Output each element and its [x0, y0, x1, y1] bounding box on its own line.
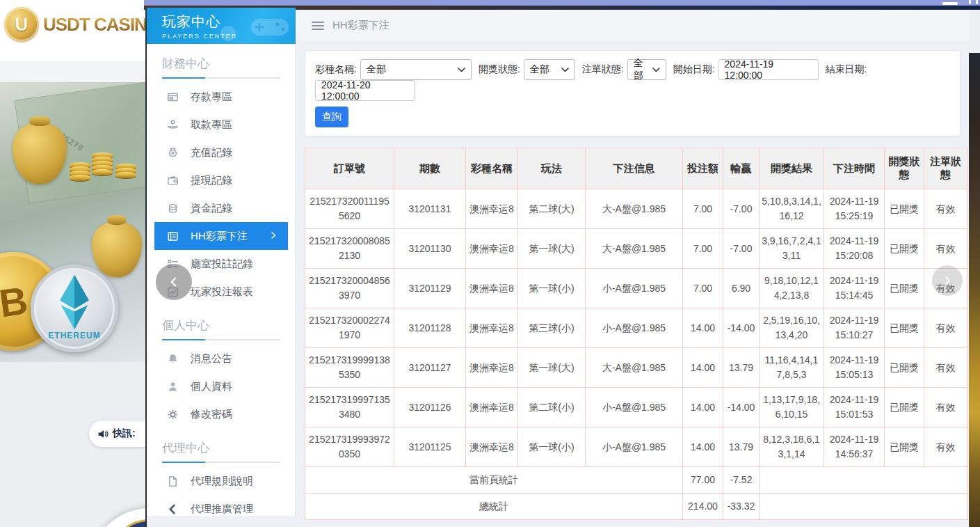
filter-value: 2024-11-19 12:00:00	[725, 58, 812, 81]
table-row: 215217320004856397031201129澳洲幸运8第一球(小)小-…	[305, 269, 967, 308]
table-cell: -14.00	[723, 308, 760, 348]
sidebar-item-share[interactable]: 代理推廣管理	[147, 495, 296, 523]
table-cell: 第一球(小)	[518, 427, 586, 467]
table-cell: 澳洲幸运8	[466, 308, 518, 348]
sidebar-item-lottery-book[interactable]: HH彩票下注	[154, 222, 288, 250]
table-cell: 小-A盤@1.985	[586, 427, 683, 467]
sidebar-item-user[interactable]: 個人資料	[147, 372, 296, 400]
table-cell: 31201128	[394, 308, 466, 348]
filter-label: 結束日期:	[826, 63, 867, 76]
section-title: 代理中心	[147, 428, 296, 456]
table-cell: 澳洲幸运8	[466, 189, 518, 229]
table-cell: 2,5,19,16,10,13,4,20	[760, 308, 824, 348]
table-row: 215217320008085213031201130澳洲幸运8第一球(大)大-…	[305, 229, 967, 269]
summary-empty	[760, 467, 967, 494]
summary-label: 當前頁統計	[305, 467, 683, 494]
order-status-select[interactable]: 全部	[627, 59, 666, 80]
table-row: 215217320002274197031201128澳洲幸运8第三球(小)小-…	[305, 308, 967, 348]
table-cell: 14.00	[683, 308, 723, 348]
end-date-input[interactable]: 2024-11-20 12:00:00	[315, 80, 415, 101]
table-cell: 有效	[924, 229, 967, 269]
sidebar-item-label: 充值記錄	[191, 146, 232, 159]
table-cell: 31201130	[394, 229, 466, 269]
table-cell: 2024-11-19 15:20:08	[824, 229, 885, 269]
column-header: 玩法	[518, 148, 586, 189]
start-date-input[interactable]: 2024-11-19 12:00:00	[718, 59, 819, 80]
filter-value: 全部	[367, 63, 386, 76]
moneybag-image	[92, 221, 142, 277]
sidebar-item-label: 資金記錄	[191, 202, 232, 215]
sidebar-item-withdraw-hand[interactable]: 取款專區	[147, 111, 296, 139]
wallet-icon	[167, 175, 179, 187]
brand-logo[interactable]: U USDT CASINO	[4, 7, 145, 42]
sidebar-item-label: 玩家投注報表	[191, 285, 253, 299]
table-cell: 11,16,4,14,17,8,5,3	[760, 348, 824, 388]
table-cell: 小-A盤@1.985	[586, 269, 683, 308]
service-icon	[110, 519, 145, 527]
table-row: 215217319993972035031201125澳洲幸运8第一球(小)小-…	[305, 427, 967, 467]
table-cell: -14.00	[723, 388, 760, 427]
filter-value: 全部	[530, 63, 549, 76]
sidebar-item-deposit-card[interactable]: 存款專區	[147, 83, 296, 111]
column-header: 期數	[394, 148, 466, 189]
top-bar	[144, 0, 980, 6]
coins-icon	[167, 203, 179, 214]
sidebar-item-label: 代理推廣管理	[191, 503, 253, 516]
table-cell: 2024-11-19 15:01:53	[824, 388, 885, 427]
chevron-right-icon	[268, 230, 278, 243]
filter-label: 開獎狀態:	[479, 63, 520, 76]
brand-name: USDT CASINO	[43, 14, 145, 36]
table-cell: 已開獎	[885, 388, 924, 427]
table-cell: 2152173200111955620	[305, 189, 394, 229]
sidebar: 玩家中心 PLAYERS CENTER 財務中心 存款專區	[147, 10, 296, 516]
topbar-partial-icon	[969, 0, 971, 4]
share-icon	[167, 503, 179, 515]
sidebar-item-gear[interactable]: 修改密碼	[147, 400, 296, 428]
column-header: 輸贏	[723, 148, 760, 189]
filter-label: 開始日期:	[673, 63, 715, 76]
draw-status-select[interactable]: 全部	[524, 59, 575, 80]
sidebar-item-label: 個人資料	[191, 380, 232, 393]
sidebar-item-document[interactable]: 代理規則說明	[147, 467, 296, 495]
sidebar-item-coins[interactable]: 資金記錄	[147, 194, 296, 222]
sidebar-item-moneybag[interactable]: 充值記錄	[147, 139, 296, 166]
user-icon	[167, 381, 179, 393]
site-subheader	[0, 61, 145, 82]
search-button[interactable]: 查詢	[315, 107, 348, 127]
sidebar-item-wallet[interactable]: 提現記錄	[147, 166, 296, 194]
table-cell: 7.00	[683, 229, 723, 269]
lottery-book-icon	[167, 230, 179, 242]
table-cell: 2152173199971353480	[305, 388, 394, 427]
table-cell: 小-A盤@1.985	[586, 308, 683, 348]
sidebar-header: 玩家中心 PLAYERS CENTER	[147, 8, 296, 44]
summary-row: 當前頁統計 77.00 -7.52	[305, 467, 967, 494]
background-right-strip	[967, 10, 980, 527]
table-cell: 13.79	[723, 348, 760, 388]
sidebar-collapse-button[interactable]	[156, 264, 192, 300]
table-cell: 14.00	[683, 427, 723, 467]
speaker-icon	[97, 429, 109, 439]
table-cell: 8,12,3,18,6,13,1,14	[760, 427, 824, 467]
carousel-next-button[interactable]	[932, 265, 963, 296]
menu-toggle-icon[interactable]	[312, 22, 324, 30]
brand-coin-icon: U	[4, 7, 39, 42]
sidebar-item-bell[interactable]: 消息公告	[147, 345, 296, 372]
table-cell: 2152173199991385350	[305, 348, 394, 388]
filter-row: 彩種名稱:全部開獎狀態:全部注單狀態:全部開始日期:2024-11-19 12:…	[315, 59, 950, 101]
table-cell: 大-A盤@1.985	[586, 189, 683, 229]
summary-empty	[760, 494, 967, 520]
ticker-label: 快訊:	[113, 427, 136, 440]
summary-label: 總統計	[305, 494, 683, 520]
lottery-name-select[interactable]: 全部	[360, 59, 472, 80]
section-divider	[162, 462, 280, 463]
chevron-down-icon	[561, 68, 569, 72]
table-cell: 有效	[924, 427, 967, 467]
table-cell: 2152173200048563970	[305, 269, 394, 308]
table-cell: 7.00	[683, 189, 723, 229]
sidebar-item-label: 代理規則說明	[191, 475, 253, 488]
moneybag-icon	[167, 147, 179, 159]
column-header: 開獎狀態	[885, 148, 924, 189]
summary-winloss-total: -33.32	[723, 494, 760, 520]
filter-value: 2024-11-20 12:00:00	[321, 79, 409, 102]
bell-icon	[167, 353, 179, 365]
